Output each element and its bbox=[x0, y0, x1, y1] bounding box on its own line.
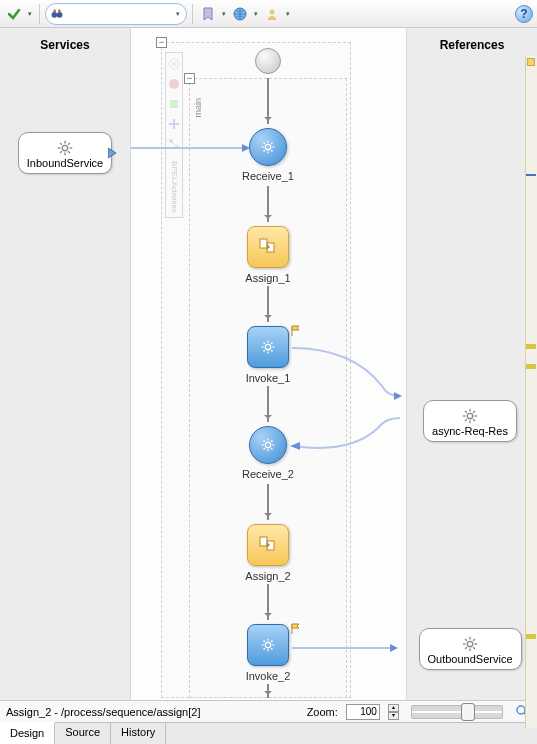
help-button[interactable]: ? bbox=[515, 5, 533, 23]
svg-point-53 bbox=[265, 642, 270, 647]
node-label: Receive_2 bbox=[242, 468, 294, 480]
palette-label: BPELActivities bbox=[170, 161, 179, 213]
zoom-input[interactable] bbox=[346, 704, 380, 720]
node-label: Invoke_2 bbox=[246, 670, 291, 682]
palette-item-2[interactable] bbox=[167, 77, 181, 91]
arrow-6 bbox=[267, 584, 269, 620]
partner-async[interactable]: async-Req-Res bbox=[423, 400, 517, 442]
svg-line-48 bbox=[271, 448, 272, 449]
search-dropdown[interactable]: ▾ bbox=[174, 10, 182, 18]
port-icon bbox=[108, 146, 118, 160]
overview-strip[interactable] bbox=[525, 56, 537, 728]
node-label: Invoke_1 bbox=[246, 372, 291, 384]
services-title: Services bbox=[40, 38, 89, 52]
user-button[interactable] bbox=[262, 4, 282, 24]
svg-point-42 bbox=[265, 442, 270, 447]
invoke2-node[interactable]: Invoke_2 bbox=[223, 624, 313, 682]
gear-icon bbox=[461, 407, 479, 425]
flag-icon bbox=[290, 325, 302, 337]
assign-icon bbox=[257, 534, 279, 556]
bookmark-button[interactable] bbox=[198, 4, 218, 24]
gear-icon bbox=[259, 338, 277, 356]
svg-line-58 bbox=[264, 641, 265, 642]
svg-line-13 bbox=[60, 151, 62, 153]
overview-top-marker bbox=[527, 58, 535, 66]
partner-label: OutboundService bbox=[428, 653, 513, 665]
globe-button[interactable] bbox=[230, 4, 250, 24]
palette: BPELActivities bbox=[165, 52, 183, 218]
svg-line-26 bbox=[264, 143, 265, 144]
node-label: Assign_2 bbox=[245, 570, 290, 582]
svg-point-16 bbox=[169, 79, 179, 89]
scope-main-label: main bbox=[193, 98, 203, 118]
svg-line-61 bbox=[271, 641, 272, 642]
globe-dropdown[interactable]: ▾ bbox=[252, 10, 260, 18]
zoom-up[interactable]: ▴ bbox=[388, 704, 399, 712]
receive1-node[interactable]: Receive_1 bbox=[223, 128, 313, 182]
references-column: References async-Req-Res OutboundService bbox=[407, 28, 537, 700]
svg-line-39 bbox=[264, 350, 265, 351]
gear-icon bbox=[461, 635, 479, 653]
node-label: Receive_1 bbox=[242, 170, 294, 182]
svg-line-71 bbox=[465, 419, 467, 421]
collapse-toggle-inner[interactable]: − bbox=[184, 73, 195, 84]
gear-icon bbox=[56, 139, 74, 157]
invoke1-node[interactable]: Invoke_1 bbox=[223, 326, 313, 384]
zoom-spinner: ▴ ▾ bbox=[388, 704, 399, 720]
tab-history[interactable]: History bbox=[111, 723, 166, 744]
svg-line-49 bbox=[264, 448, 265, 449]
receive2-node[interactable]: Receive_2 bbox=[223, 426, 313, 480]
bookmark-dropdown[interactable]: ▾ bbox=[220, 10, 228, 18]
node-label: Assign_1 bbox=[245, 272, 290, 284]
validate-dropdown[interactable]: ▾ bbox=[26, 10, 34, 18]
svg-line-28 bbox=[264, 150, 265, 151]
bottom-tabs: Design Source History bbox=[0, 722, 537, 744]
svg-rect-51 bbox=[260, 537, 267, 546]
overview-warning bbox=[526, 634, 536, 639]
status-bar: Assign_2 - /process/sequence/assign[2] Z… bbox=[0, 700, 537, 722]
svg-rect-2 bbox=[54, 9, 56, 13]
arrow-3 bbox=[267, 286, 269, 322]
svg-point-85 bbox=[517, 706, 525, 714]
palette-item-4[interactable] bbox=[167, 117, 181, 131]
search-input[interactable] bbox=[64, 7, 174, 21]
zoom-down[interactable]: ▾ bbox=[388, 712, 399, 720]
partner-inbound[interactable]: InboundService bbox=[18, 132, 112, 174]
canvas[interactable]: − − main BPELActivities Receive_1 bbox=[130, 28, 407, 700]
svg-line-82 bbox=[465, 647, 467, 649]
svg-point-64 bbox=[467, 413, 472, 418]
assign1-node[interactable]: Assign_1 bbox=[223, 226, 313, 284]
validate-button[interactable] bbox=[4, 4, 24, 24]
gear-icon bbox=[259, 436, 277, 454]
svg-point-21 bbox=[265, 144, 270, 149]
svg-point-32 bbox=[265, 344, 270, 349]
arrow-4 bbox=[267, 386, 269, 422]
palette-item-1[interactable] bbox=[167, 57, 181, 71]
svg-point-5 bbox=[270, 9, 275, 14]
tab-design[interactable]: Design bbox=[0, 722, 55, 744]
collapse-toggle-outer[interactable]: − bbox=[156, 37, 167, 48]
svg-rect-17 bbox=[170, 100, 178, 108]
palette-item-5[interactable] bbox=[167, 137, 181, 151]
svg-line-83 bbox=[473, 639, 475, 641]
svg-line-29 bbox=[271, 143, 272, 144]
svg-point-6 bbox=[62, 145, 67, 150]
partner-outbound[interactable]: OutboundService bbox=[419, 628, 522, 670]
partner-label: async-Req-Res bbox=[432, 425, 508, 437]
tab-source[interactable]: Source bbox=[55, 723, 111, 744]
svg-line-47 bbox=[264, 441, 265, 442]
binoculars-icon bbox=[50, 7, 64, 21]
svg-line-14 bbox=[68, 143, 70, 145]
search-group: ▾ bbox=[45, 3, 187, 25]
start-node[interactable] bbox=[223, 48, 313, 74]
overview-warning bbox=[526, 344, 536, 349]
zoom-slider[interactable] bbox=[411, 705, 503, 719]
user-dropdown[interactable]: ▾ bbox=[284, 10, 292, 18]
zoom-thumb[interactable] bbox=[461, 703, 475, 721]
svg-line-38 bbox=[271, 350, 272, 351]
svg-line-60 bbox=[264, 648, 265, 649]
palette-item-3[interactable] bbox=[167, 97, 181, 111]
assign2-node[interactable]: Assign_2 bbox=[223, 524, 313, 582]
main-area: Services InboundService − − main BPELAct… bbox=[0, 28, 537, 700]
svg-line-59 bbox=[271, 648, 272, 649]
